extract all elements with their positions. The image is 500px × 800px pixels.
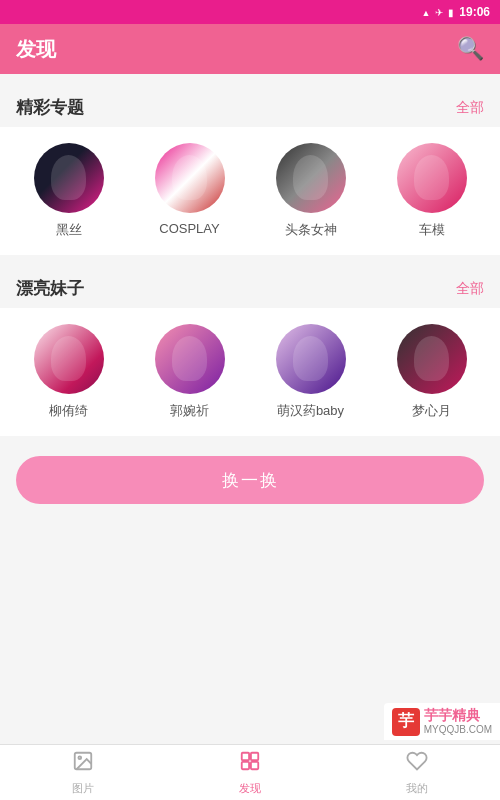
featured-section-body: 黑丝 COSPLAY 头条女神 车模 bbox=[0, 127, 500, 255]
svg-rect-5 bbox=[251, 761, 258, 768]
nav-item-my[interactable]: 我的 bbox=[333, 745, 500, 800]
girl-avatar-guo bbox=[155, 324, 225, 394]
beautiful-all-link[interactable]: 全部 bbox=[456, 280, 484, 298]
topic-item-chemo[interactable]: 车模 bbox=[387, 143, 477, 239]
watermark: 芋 芋芋精典 MYQQJB.COM bbox=[384, 703, 500, 740]
topic-avatar-chemo bbox=[397, 143, 467, 213]
topic-item-hesi[interactable]: 黑丝 bbox=[24, 143, 114, 239]
girl-label-liu: 柳侑绮 bbox=[49, 402, 88, 420]
nav-label-discover: 发现 bbox=[239, 781, 261, 796]
beautiful-section: 漂亮妹子 全部 柳侑绮 郭婉祈 萌汉药baby 梦心月 bbox=[0, 267, 500, 436]
bottom-nav: 图片 发现 我的 bbox=[0, 744, 500, 800]
watermark-icon: 芋 bbox=[392, 708, 420, 736]
watermark-text-block: 芋芋精典 MYQQJB.COM bbox=[424, 707, 492, 736]
airplane-icon bbox=[435, 7, 443, 18]
svg-point-1 bbox=[79, 756, 82, 759]
status-icons: 19:06 bbox=[421, 5, 490, 19]
wifi-icon bbox=[421, 7, 430, 18]
beautiful-section-title: 漂亮妹子 bbox=[16, 277, 84, 300]
page-title: 发现 bbox=[16, 36, 56, 63]
girl-label-meng2: 梦心月 bbox=[412, 402, 451, 420]
svg-rect-4 bbox=[242, 761, 249, 768]
topic-item-cosplay[interactable]: COSPLAY bbox=[145, 143, 235, 236]
watermark-sub-text: MYQQJB.COM bbox=[424, 724, 492, 736]
topic-label-hesi: 黑丝 bbox=[56, 221, 82, 239]
refresh-button[interactable]: 换一换 bbox=[16, 456, 484, 504]
featured-all-link[interactable]: 全部 bbox=[456, 99, 484, 117]
discover-icon bbox=[239, 750, 261, 778]
featured-section-title: 精彩专题 bbox=[16, 96, 84, 119]
girl-avatar-meng bbox=[276, 324, 346, 394]
status-bar: 19:06 bbox=[0, 0, 500, 24]
featured-section: 精彩专题 全部 黑丝 COSPLAY 头条女神 车模 bbox=[0, 86, 500, 255]
nav-label-photo: 图片 bbox=[72, 781, 94, 796]
topic-item-tounv[interactable]: 头条女神 bbox=[266, 143, 356, 239]
girl-avatar-meng2 bbox=[397, 324, 467, 394]
girl-item-liu[interactable]: 柳侑绮 bbox=[24, 324, 114, 420]
featured-section-header: 精彩专题 全部 bbox=[0, 86, 500, 127]
girl-item-guo[interactable]: 郭婉祈 bbox=[145, 324, 235, 420]
topic-avatar-cosplay bbox=[155, 143, 225, 213]
top-bar: 发现 🔍 bbox=[0, 24, 500, 74]
watermark-main-text: 芋芋精典 bbox=[424, 707, 492, 724]
beautiful-section-header: 漂亮妹子 全部 bbox=[0, 267, 500, 308]
girl-item-meng[interactable]: 萌汉药baby bbox=[266, 324, 356, 420]
topic-avatar-hesi bbox=[34, 143, 104, 213]
nav-item-discover[interactable]: 发现 bbox=[167, 745, 334, 800]
refresh-section: 换一换 bbox=[0, 436, 500, 524]
girl-item-meng2[interactable]: 梦心月 bbox=[387, 324, 477, 420]
photo-icon bbox=[72, 750, 94, 778]
my-icon bbox=[406, 750, 428, 778]
nav-item-photo[interactable]: 图片 bbox=[0, 745, 167, 800]
main-content: 精彩专题 全部 黑丝 COSPLAY 头条女神 车模 漂亮妹子 bbox=[0, 74, 500, 744]
girl-label-guo: 郭婉祈 bbox=[170, 402, 209, 420]
svg-rect-3 bbox=[251, 752, 258, 759]
battery-icon bbox=[448, 7, 454, 18]
nav-label-my: 我的 bbox=[406, 781, 428, 796]
girl-avatar-liu bbox=[34, 324, 104, 394]
topic-avatar-tounv bbox=[276, 143, 346, 213]
topic-label-tounv: 头条女神 bbox=[285, 221, 337, 239]
topic-label-chemo: 车模 bbox=[419, 221, 445, 239]
status-time: 19:06 bbox=[459, 5, 490, 19]
girl-label-meng: 萌汉药baby bbox=[277, 402, 344, 420]
beautiful-section-body: 柳侑绮 郭婉祈 萌汉药baby 梦心月 bbox=[0, 308, 500, 436]
svg-rect-2 bbox=[242, 752, 249, 759]
watermark-icon-text: 芋 bbox=[398, 711, 414, 732]
search-icon[interactable]: 🔍 bbox=[457, 36, 484, 62]
topic-label-cosplay: COSPLAY bbox=[159, 221, 219, 236]
